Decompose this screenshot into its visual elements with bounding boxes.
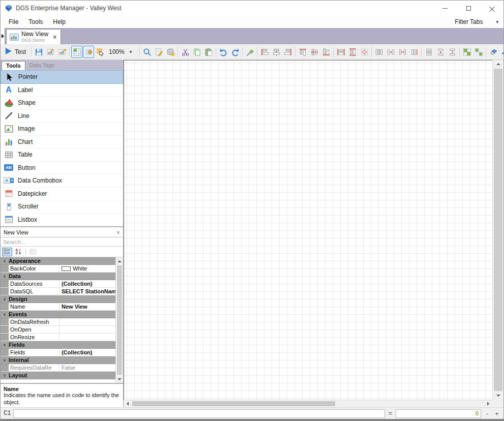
decrease-vspace-button[interactable]: [447, 46, 458, 58]
align-top-button[interactable]: [297, 46, 308, 58]
group-button[interactable]: [461, 46, 472, 58]
center-in-form-button[interactable]: [359, 46, 370, 58]
tab-overflow-arrow[interactable]: [1, 28, 5, 44]
property-row-requiresdatare[interactable]: RequiresDataReFalse: [1, 364, 115, 372]
numeric-value-input[interactable]: [396, 409, 481, 418]
tool-item-scroller[interactable]: Scroller: [1, 200, 123, 214]
property-row-fields[interactable]: Fields(Collection): [1, 349, 115, 356]
increase-hspace-button[interactable]: [385, 46, 396, 58]
test-button[interactable]: Test: [2, 46, 29, 58]
align-left-button[interactable]: [259, 46, 270, 58]
open-view-button[interactable]: [45, 46, 56, 58]
minimize-button[interactable]: [433, 1, 457, 16]
close-button[interactable]: [480, 1, 503, 16]
tab-tools[interactable]: Tools: [2, 61, 25, 70]
decrement-button[interactable]: -: [484, 410, 491, 417]
property-value[interactable]: SELECT StationNam: [60, 288, 115, 295]
object-selector-combobox[interactable]: New View ∨: [1, 227, 123, 237]
property-value[interactable]: [60, 334, 115, 341]
property-category-internal[interactable]: ∨Internal: [1, 356, 115, 364]
property-row-ondatarefresh[interactable]: OnDataRefresh: [1, 318, 115, 326]
property-value[interactable]: False: [60, 364, 115, 371]
maximize-button[interactable]: [457, 1, 480, 16]
menu-file[interactable]: File: [4, 17, 23, 27]
property-value[interactable]: (Collection): [60, 349, 115, 356]
scrollbar-thumb[interactable]: [494, 69, 502, 391]
property-value[interactable]: [60, 318, 115, 325]
tool-item-listbox[interactable]: Listbox: [1, 214, 123, 227]
align-bottom-button[interactable]: [320, 46, 332, 58]
tool-item-shape[interactable]: Shape: [1, 97, 123, 110]
property-row-datasql[interactable]: DataSQLSELECT StationNam: [1, 288, 115, 295]
scrollbar-thumb[interactable]: [132, 401, 335, 406]
tool-item-image[interactable]: Image: [1, 123, 123, 136]
scrollbar-thumb[interactable]: [117, 265, 122, 375]
tab-close-icon[interactable]: ×: [53, 34, 56, 41]
align-right-button[interactable]: [282, 46, 293, 58]
save-button[interactable]: [33, 46, 44, 58]
property-row-onopen[interactable]: OnOpen: [1, 326, 115, 334]
format-painter-button[interactable]: [244, 46, 255, 58]
undo-button[interactable]: [218, 46, 229, 58]
scroll-up-icon[interactable]: [493, 60, 503, 68]
vertical-scrollbar[interactable]: [492, 60, 503, 400]
bring-to-front-button[interactable]: [488, 46, 499, 58]
property-value[interactable]: New View: [60, 303, 115, 310]
property-row-backcolor[interactable]: BackColorWhite: [1, 265, 115, 273]
property-row-name[interactable]: NameNew View: [1, 303, 115, 311]
property-category-appearance[interactable]: ∨Appearance: [1, 257, 115, 265]
ungroup-button[interactable]: [473, 46, 484, 58]
scroll-up-icon[interactable]: [116, 257, 123, 265]
property-category-events[interactable]: ∨Events: [1, 311, 115, 318]
tool-item-table[interactable]: Table: [1, 148, 123, 162]
increment-button[interactable]: +: [493, 410, 500, 417]
scroll-down-icon[interactable]: [493, 392, 503, 400]
formula-input[interactable]: [13, 409, 385, 418]
horizontal-scrollbar[interactable]: [124, 400, 492, 407]
redo-button[interactable]: [229, 46, 241, 58]
scroll-down-icon[interactable]: [116, 375, 123, 383]
property-category-layout[interactable]: ∨Layout: [1, 372, 115, 379]
property-value[interactable]: White: [60, 265, 115, 272]
design-canvas[interactable]: [124, 60, 492, 400]
decrease-hspace-button[interactable]: [397, 46, 408, 58]
property-category-fields[interactable]: ∨Fields: [1, 341, 115, 349]
property-grid-scrollbar[interactable]: [115, 257, 123, 383]
same-width-button[interactable]: [335, 46, 346, 58]
property-search-input[interactable]: [1, 237, 123, 247]
tab-new-view[interactable]: New View DGS Demo ×: [6, 29, 61, 44]
select-mode-button[interactable]: [95, 46, 106, 58]
find-button[interactable]: [141, 46, 153, 58]
property-row-datasources[interactable]: DataSources(Collection): [1, 280, 115, 288]
copy-button[interactable]: [191, 46, 202, 58]
filter-tabs-dropdown[interactable]: Filter Tabs ▾: [455, 18, 503, 25]
zoom-combobox[interactable]: 100%▾: [106, 46, 138, 57]
edit-sql-button[interactable]: [153, 46, 164, 58]
space-across-button[interactable]: [373, 46, 384, 58]
align-middle-button[interactable]: [309, 46, 320, 58]
same-height-button[interactable]: [347, 46, 358, 58]
sort-alphabetical-button[interactable]: AZ: [13, 248, 23, 256]
tool-item-line[interactable]: Line: [1, 110, 123, 123]
tool-item-data-combobox[interactable]: A▾Data Combobox: [1, 174, 123, 188]
property-category-data[interactable]: ∨Data: [1, 273, 115, 280]
property-row-onresize[interactable]: OnResize: [1, 334, 115, 341]
show-grid-button[interactable]: [71, 46, 82, 58]
save-view-button[interactable]: [56, 46, 68, 58]
snap-to-grid-button[interactable]: [83, 46, 94, 58]
scroll-right-icon[interactable]: [484, 400, 492, 407]
database-button[interactable]: [165, 46, 176, 58]
scroll-left-icon[interactable]: [124, 400, 132, 407]
tool-item-button[interactable]: ABButton: [1, 162, 123, 175]
menu-help[interactable]: Help: [48, 17, 71, 27]
send-to-back-button[interactable]: [499, 46, 503, 58]
cut-button[interactable]: [180, 46, 191, 58]
property-category-design[interactable]: ∨Design: [1, 295, 115, 303]
menu-tools[interactable]: Tools: [23, 17, 48, 27]
property-value[interactable]: (Collection): [60, 280, 115, 287]
tab-data-tags[interactable]: Data Tags: [25, 61, 58, 70]
tool-item-datepicker[interactable]: Datepicker: [1, 188, 123, 201]
space-down-button[interactable]: [423, 46, 434, 58]
property-value[interactable]: [60, 326, 115, 333]
increase-vspace-button[interactable]: [435, 46, 446, 58]
